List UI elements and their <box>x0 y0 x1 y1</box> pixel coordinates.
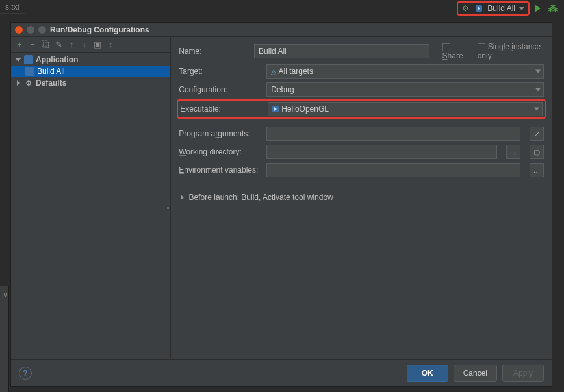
maximize-icon[interactable] <box>38 26 46 34</box>
insert-macro-icon[interactable]: ▢ <box>530 145 544 159</box>
resize-grip-icon[interactable] <box>167 207 173 214</box>
checkbox-icon <box>478 43 485 51</box>
configuration-combo[interactable]: Debug <box>266 82 544 97</box>
target-label: Target: <box>179 67 260 76</box>
target-value: All targets <box>279 67 313 76</box>
executable-icon <box>272 106 279 112</box>
apply-button[interactable]: Apply <box>502 365 544 382</box>
expand-arguments-icon[interactable]: ⤢ <box>530 127 544 141</box>
executable-label: Executable: <box>180 104 261 114</box>
run-config-icon <box>476 5 482 12</box>
move-up-icon[interactable]: ↑ <box>67 40 76 49</box>
sort-icon[interactable]: ↕ <box>106 40 115 49</box>
tree-node-label: Defaults <box>36 79 66 88</box>
remove-configuration-icon[interactable]: − <box>28 40 37 49</box>
add-configuration-icon[interactable]: + <box>15 40 24 49</box>
run-button[interactable] <box>532 2 543 15</box>
before-launch-section[interactable]: Before launch: Build, Activate tool wind… <box>179 193 544 202</box>
dialog-footer: ? OK Cancel Apply <box>11 359 552 386</box>
target-combo[interactable]: ◬ All targets <box>266 64 544 79</box>
name-input[interactable] <box>254 44 429 58</box>
tree-toolbar: + − ⿻ ✎ ↑ ↓ ▣ ↕ <box>11 37 170 53</box>
save-configuration-icon[interactable]: ✎ <box>54 40 63 49</box>
help-button[interactable]: ? <box>19 367 32 380</box>
close-icon[interactable] <box>15 26 23 34</box>
configuration-value: Debug <box>271 85 294 94</box>
move-down-icon[interactable]: ↓ <box>80 40 89 49</box>
tree-node-label: Application <box>36 55 78 64</box>
gear-icon: ⚙ <box>24 79 33 88</box>
play-icon <box>535 5 541 12</box>
checkbox-icon <box>442 43 450 51</box>
copy-configuration-icon[interactable]: ⿻ <box>41 40 50 49</box>
application-icon <box>24 55 33 64</box>
name-label: Name: <box>179 47 248 56</box>
program-arguments-input[interactable] <box>266 127 520 141</box>
run-configuration-highlight: ⚙ Build All <box>457 1 530 16</box>
cancel-button[interactable]: Cancel <box>454 365 497 382</box>
chevron-down-icon <box>535 70 541 73</box>
share-checkbox[interactable]: Share <box>442 42 468 60</box>
chevron-down-icon <box>519 7 524 10</box>
browse-directory-icon[interactable]: … <box>506 145 520 159</box>
hierarchy-icon: ◬ <box>271 67 276 76</box>
run-debug-configurations-dialog: Run/Debug Configurations + − ⿻ ✎ ↑ ↓ ▣ ↕… <box>10 22 552 387</box>
working-directory-label: Working directory: <box>179 147 260 156</box>
tree-node-build-all[interactable]: Build All <box>11 66 170 77</box>
equalizer-icon[interactable]: ⚙ <box>459 2 472 15</box>
dialog-titlebar: Run/Debug Configurations <box>11 23 552 37</box>
working-directory-input[interactable] <box>266 145 497 159</box>
single-instance-checkbox[interactable]: Single instance only <box>478 42 544 60</box>
tree-node-defaults[interactable]: ⚙ Defaults <box>11 77 170 89</box>
chevron-down-icon <box>534 108 539 111</box>
expand-toggle-icon[interactable] <box>15 80 21 86</box>
tree-node-application[interactable]: Application <box>11 54 170 66</box>
edit-env-vars-icon[interactable]: … <box>530 163 544 177</box>
dialog-title: Run/Debug Configurations <box>50 25 149 34</box>
ok-button[interactable]: OK <box>407 365 448 382</box>
config-form-panel: Name: Share Single instance only Target:… <box>171 37 552 359</box>
config-tree-panel: + − ⿻ ✎ ↑ ↓ ▣ ↕ Application Build All <box>11 37 171 359</box>
configuration-label: Configuration: <box>179 85 260 94</box>
chevron-down-icon <box>535 88 541 92</box>
executable-combo[interactable]: HelloOpenGL <box>268 102 543 116</box>
debug-button[interactable]: ⁂ <box>546 2 560 15</box>
editor-tab[interactable]: s.txt <box>0 1 25 14</box>
application-icon <box>25 67 34 76</box>
run-config-selector[interactable]: Build All <box>473 2 527 15</box>
tree-node-label: Build All <box>37 67 65 76</box>
side-tool-window[interactable]: P ts <box>0 286 9 392</box>
folder-icon[interactable]: ▣ <box>93 40 102 49</box>
minimize-icon[interactable] <box>27 26 34 34</box>
run-config-label: Build All <box>487 4 515 13</box>
environment-variables-label: Environment variables: <box>179 165 260 175</box>
program-arguments-label: Program arguments: <box>179 129 260 138</box>
expand-toggle-icon[interactable] <box>15 58 21 62</box>
environment-variables-input[interactable] <box>266 163 520 177</box>
chevron-right-icon <box>179 195 185 200</box>
config-tree[interactable]: Application Build All ⚙ Defaults <box>11 53 170 359</box>
executable-highlight: Executable: HelloOpenGL <box>177 99 546 119</box>
executable-value: HelloOpenGL <box>281 104 329 114</box>
